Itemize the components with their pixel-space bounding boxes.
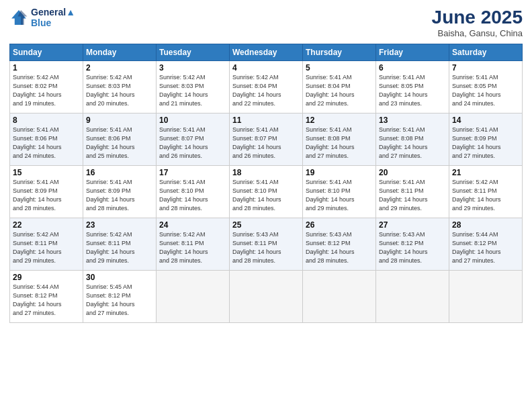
day-info: Sunrise: 5:41 AM Sunset: 8:10 PM Dayligh… — [232, 178, 300, 213]
day-info: Sunrise: 5:43 AM Sunset: 8:12 PM Dayligh… — [379, 230, 446, 265]
day-info: Sunrise: 5:41 AM Sunset: 8:08 PM Dayligh… — [306, 126, 373, 161]
day-number: 23 — [86, 220, 153, 230]
table-row: 12Sunrise: 5:41 AM Sunset: 8:08 PM Dayli… — [303, 113, 376, 166]
day-info: Sunrise: 5:41 AM Sunset: 8:10 PM Dayligh… — [306, 178, 373, 213]
day-number: 30 — [86, 273, 153, 282]
table-row: 16Sunrise: 5:41 AM Sunset: 8:09 PM Dayli… — [83, 166, 157, 218]
day-number: 9 — [86, 116, 153, 125]
day-info: Sunrise: 5:43 AM Sunset: 8:11 PM Dayligh… — [232, 230, 300, 265]
logo: General▲ Blue — [9, 7, 75, 28]
day-info: Sunrise: 5:41 AM Sunset: 8:06 PM Dayligh… — [13, 126, 80, 161]
table-row: 26Sunrise: 5:43 AM Sunset: 8:12 PM Dayli… — [303, 218, 376, 271]
table-row: 8Sunrise: 5:41 AM Sunset: 8:06 PM Daylig… — [10, 113, 83, 166]
table-row: 1Sunrise: 5:42 AM Sunset: 8:02 PM Daylig… — [10, 61, 83, 113]
day-number: 21 — [452, 168, 519, 177]
table-row: 22Sunrise: 5:42 AM Sunset: 8:11 PM Dayli… — [10, 218, 83, 271]
table-row: 14Sunrise: 5:41 AM Sunset: 8:09 PM Dayli… — [449, 113, 523, 166]
col-sunday: Sunday — [10, 44, 83, 61]
header: General▲ Blue June 2025 Baisha, Gansu, C… — [9, 7, 523, 38]
day-number: 6 — [379, 63, 446, 73]
calendar-week-5: 29Sunrise: 5:44 AM Sunset: 8:12 PM Dayli… — [10, 271, 523, 323]
table-row: 21Sunrise: 5:42 AM Sunset: 8:11 PM Dayli… — [449, 166, 523, 218]
day-number: 11 — [232, 116, 300, 125]
table-row: 27Sunrise: 5:43 AM Sunset: 8:12 PM Dayli… — [376, 218, 449, 271]
day-number: 29 — [13, 273, 80, 282]
day-number: 2 — [86, 63, 153, 73]
table-row: 15Sunrise: 5:41 AM Sunset: 8:09 PM Dayli… — [10, 166, 83, 218]
day-info: Sunrise: 5:42 AM Sunset: 8:02 PM Dayligh… — [13, 73, 80, 108]
day-info: Sunrise: 5:41 AM Sunset: 8:09 PM Dayligh… — [86, 178, 153, 213]
day-number: 28 — [452, 220, 519, 230]
table-row: 4Sunrise: 5:42 AM Sunset: 8:04 PM Daylig… — [230, 61, 303, 113]
table-row: 19Sunrise: 5:41 AM Sunset: 8:10 PM Dayli… — [303, 166, 376, 218]
day-info: Sunrise: 5:42 AM Sunset: 8:11 PM Dayligh… — [13, 230, 80, 265]
day-number: 1 — [13, 63, 80, 73]
day-info: Sunrise: 5:42 AM Sunset: 8:11 PM Dayligh… — [86, 230, 153, 265]
day-info: Sunrise: 5:41 AM Sunset: 8:11 PM Dayligh… — [379, 178, 446, 213]
day-number: 25 — [232, 220, 300, 230]
day-info: Sunrise: 5:41 AM Sunset: 8:08 PM Dayligh… — [379, 126, 446, 161]
table-row: 25Sunrise: 5:43 AM Sunset: 8:11 PM Dayli… — [230, 218, 303, 271]
table-row — [157, 271, 230, 323]
day-number: 3 — [159, 63, 226, 73]
table-row: 7Sunrise: 5:41 AM Sunset: 8:05 PM Daylig… — [449, 61, 523, 113]
day-info: Sunrise: 5:44 AM Sunset: 8:12 PM Dayligh… — [13, 283, 80, 318]
day-info: Sunrise: 5:43 AM Sunset: 8:12 PM Dayligh… — [306, 230, 373, 265]
day-info: Sunrise: 5:41 AM Sunset: 8:10 PM Dayligh… — [159, 178, 226, 213]
table-row: 20Sunrise: 5:41 AM Sunset: 8:11 PM Dayli… — [376, 166, 449, 218]
table-row: 3Sunrise: 5:42 AM Sunset: 8:03 PM Daylig… — [157, 61, 230, 113]
table-row: 28Sunrise: 5:44 AM Sunset: 8:12 PM Dayli… — [449, 218, 523, 271]
calendar-title: June 2025 — [432, 7, 523, 28]
day-number: 27 — [379, 220, 446, 230]
table-row: 10Sunrise: 5:41 AM Sunset: 8:07 PM Dayli… — [157, 113, 230, 166]
table-row: 5Sunrise: 5:41 AM Sunset: 8:04 PM Daylig… — [303, 61, 376, 113]
table-row: 30Sunrise: 5:45 AM Sunset: 8:12 PM Dayli… — [83, 271, 157, 323]
day-info: Sunrise: 5:41 AM Sunset: 8:05 PM Dayligh… — [452, 73, 519, 108]
day-number: 15 — [13, 168, 80, 177]
table-row: 13Sunrise: 5:41 AM Sunset: 8:08 PM Dayli… — [376, 113, 449, 166]
day-number: 22 — [13, 220, 80, 230]
table-row: 6Sunrise: 5:41 AM Sunset: 8:05 PM Daylig… — [376, 61, 449, 113]
table-row: 17Sunrise: 5:41 AM Sunset: 8:10 PM Dayli… — [157, 166, 230, 218]
table-row — [449, 271, 523, 323]
table-row — [303, 271, 376, 323]
col-monday: Monday — [83, 44, 157, 61]
calendar-subtitle: Baisha, Gansu, China — [432, 28, 523, 38]
page: General▲ Blue June 2025 Baisha, Gansu, C… — [0, 0, 532, 411]
day-number: 10 — [159, 116, 226, 125]
title-block: June 2025 Baisha, Gansu, China — [432, 7, 523, 38]
calendar-table: Sunday Monday Tuesday Wednesday Thursday… — [9, 44, 523, 323]
day-info: Sunrise: 5:42 AM Sunset: 8:03 PM Dayligh… — [159, 73, 226, 108]
day-number: 24 — [159, 220, 226, 230]
calendar-week-2: 8Sunrise: 5:41 AM Sunset: 8:06 PM Daylig… — [10, 113, 523, 166]
day-number: 12 — [306, 116, 373, 125]
table-row: 24Sunrise: 5:42 AM Sunset: 8:11 PM Dayli… — [157, 218, 230, 271]
col-friday: Friday — [376, 44, 449, 61]
day-number: 19 — [306, 168, 373, 177]
col-wednesday: Wednesday — [230, 44, 303, 61]
calendar-week-1: 1Sunrise: 5:42 AM Sunset: 8:02 PM Daylig… — [10, 61, 523, 113]
day-number: 16 — [86, 168, 153, 177]
day-number: 26 — [306, 220, 373, 230]
table-row: 11Sunrise: 5:41 AM Sunset: 8:07 PM Dayli… — [230, 113, 303, 166]
day-info: Sunrise: 5:42 AM Sunset: 8:03 PM Dayligh… — [86, 73, 153, 108]
table-row: 29Sunrise: 5:44 AM Sunset: 8:12 PM Dayli… — [10, 271, 83, 323]
table-row: 18Sunrise: 5:41 AM Sunset: 8:10 PM Dayli… — [230, 166, 303, 218]
table-row: 2Sunrise: 5:42 AM Sunset: 8:03 PM Daylig… — [83, 61, 157, 113]
day-info: Sunrise: 5:41 AM Sunset: 8:07 PM Dayligh… — [159, 126, 226, 161]
day-number: 20 — [379, 168, 446, 177]
day-number: 8 — [13, 116, 80, 125]
day-number: 13 — [379, 116, 446, 125]
day-info: Sunrise: 5:42 AM Sunset: 8:04 PM Dayligh… — [232, 73, 300, 108]
day-info: Sunrise: 5:45 AM Sunset: 8:12 PM Dayligh… — [86, 283, 153, 318]
table-row: 23Sunrise: 5:42 AM Sunset: 8:11 PM Dayli… — [83, 218, 157, 271]
day-info: Sunrise: 5:41 AM Sunset: 8:04 PM Dayligh… — [306, 73, 373, 108]
logo-text: General▲ Blue — [31, 7, 75, 28]
day-info: Sunrise: 5:41 AM Sunset: 8:07 PM Dayligh… — [232, 126, 300, 161]
day-info: Sunrise: 5:42 AM Sunset: 8:11 PM Dayligh… — [159, 230, 226, 265]
calendar-week-3: 15Sunrise: 5:41 AM Sunset: 8:09 PM Dayli… — [10, 166, 523, 218]
table-row: 9Sunrise: 5:41 AM Sunset: 8:06 PM Daylig… — [83, 113, 157, 166]
col-thursday: Thursday — [303, 44, 376, 61]
day-number: 5 — [306, 63, 373, 73]
logo-icon — [9, 8, 28, 27]
